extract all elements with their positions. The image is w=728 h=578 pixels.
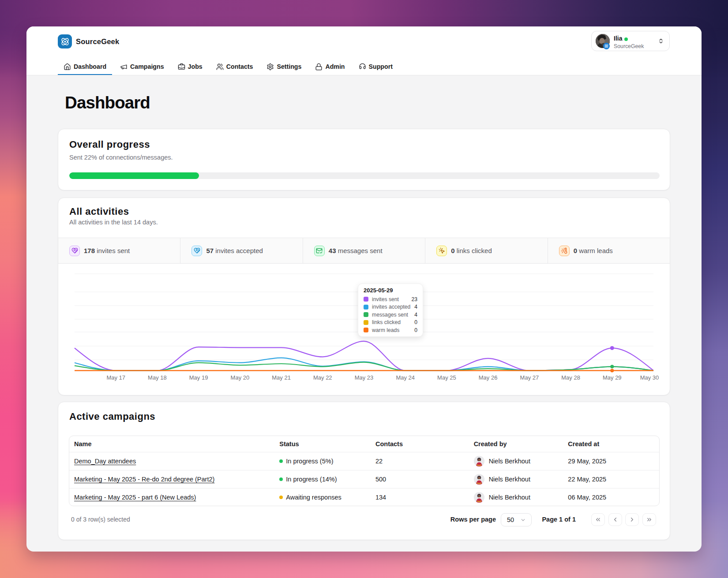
svg-text:May 28: May 28 [561, 374, 580, 381]
svg-text:May 30: May 30 [640, 374, 659, 381]
svg-text:May 19: May 19 [189, 374, 208, 381]
svg-text:May 27: May 27 [520, 374, 539, 381]
svg-text:May 20: May 20 [231, 374, 250, 381]
svg-text:May 21: May 21 [272, 374, 291, 381]
svg-text:May 24: May 24 [396, 374, 415, 381]
svg-text:May 17: May 17 [106, 374, 125, 381]
svg-text:May 22: May 22 [313, 374, 332, 381]
svg-text:May 29: May 29 [603, 374, 622, 381]
svg-text:May 25: May 25 [437, 374, 456, 381]
svg-text:May 18: May 18 [148, 374, 167, 381]
svg-text:May 23: May 23 [355, 374, 374, 381]
svg-text:May 26: May 26 [479, 374, 498, 381]
